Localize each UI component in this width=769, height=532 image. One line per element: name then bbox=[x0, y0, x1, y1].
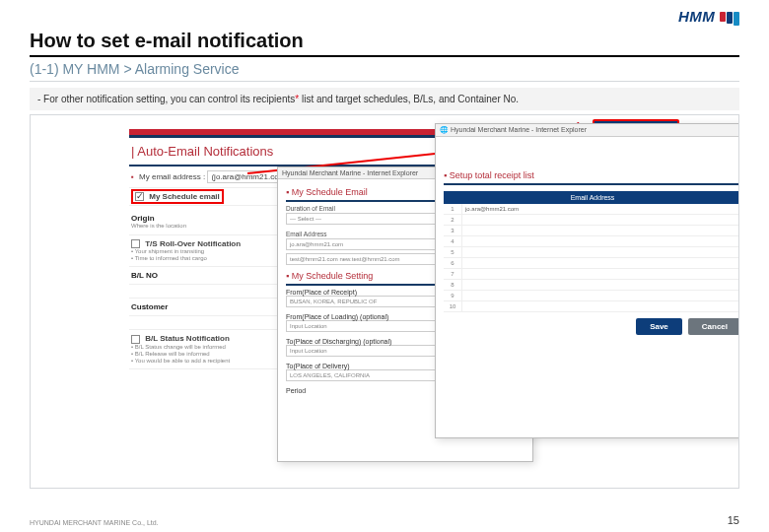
bullet-icon: ▪ bbox=[131, 172, 134, 181]
checkbox-icon[interactable] bbox=[131, 335, 140, 344]
checkbox-icon[interactable] bbox=[131, 239, 140, 248]
row-number: 1 bbox=[444, 204, 461, 214]
recipient-header: Setup total receipt list bbox=[450, 170, 534, 180]
email-label: My email address : bbox=[139, 172, 205, 181]
recipient-list-window: 🌐 Hyundai Merchant Marine - Internet Exp… bbox=[435, 123, 739, 438]
row-number: 8 bbox=[444, 280, 461, 290]
table-row: 3 bbox=[444, 226, 739, 236]
setting-header: My Schedule Setting bbox=[292, 271, 374, 281]
breadcrumb: (1-1) MY HMM > Alarming Service bbox=[30, 57, 739, 82]
checkbox-on-icon[interactable] bbox=[135, 192, 144, 201]
logo-text: HMM bbox=[678, 8, 715, 25]
table-row: 6 bbox=[444, 258, 739, 269]
win-b-header: My Schedule Email bbox=[292, 187, 368, 197]
tsroll-label: T/S Roll-Over Notification bbox=[145, 239, 241, 248]
logo-bars-icon bbox=[720, 12, 739, 26]
row-email-input[interactable] bbox=[461, 269, 739, 279]
window-title: 🌐 Hyundai Merchant Marine - Internet Exp… bbox=[436, 124, 739, 137]
brand-logo: HMM bbox=[678, 8, 739, 26]
recipient-rows: 1jo.ara@hmm21.com2345678910 bbox=[444, 204, 739, 312]
note-post: list and target schedules, B/Ls, and Con… bbox=[299, 94, 519, 104]
table-header: Email Address bbox=[444, 191, 739, 204]
row-number: 3 bbox=[444, 226, 461, 235]
row-number: 9 bbox=[444, 291, 461, 300]
ie-icon: 🌐 bbox=[440, 126, 451, 133]
page-title: How to set e-mail notification bbox=[30, 30, 739, 57]
table-row: 9 bbox=[444, 291, 739, 301]
table-row: 4 bbox=[444, 236, 739, 247]
row-email-input[interactable] bbox=[461, 280, 739, 290]
row-email-input[interactable] bbox=[461, 215, 739, 225]
row-email-input[interactable] bbox=[461, 258, 739, 268]
row-number: 4 bbox=[444, 236, 461, 246]
highlight-box: My Schedule email bbox=[131, 189, 224, 204]
row-email-input[interactable]: jo.ara@hmm21.com bbox=[461, 204, 739, 214]
note-pre: - For other notification setting, you ca… bbox=[37, 94, 295, 104]
table-row: 8 bbox=[444, 280, 739, 291]
row-email-input[interactable] bbox=[461, 236, 739, 246]
table-row: 2 bbox=[444, 215, 739, 226]
row-email-input[interactable] bbox=[461, 291, 739, 300]
table-row: 7 bbox=[444, 269, 739, 280]
table-row: 1jo.ara@hmm21.com bbox=[444, 204, 739, 215]
row-number: 7 bbox=[444, 269, 461, 279]
table-row: 10 bbox=[444, 301, 739, 312]
row-email-input[interactable] bbox=[461, 226, 739, 235]
save-button[interactable]: Save bbox=[636, 318, 682, 335]
row-email-input[interactable] bbox=[461, 247, 739, 257]
win-c-title: Hyundai Merchant Marine - Internet Explo… bbox=[451, 126, 587, 133]
row-number: 2 bbox=[444, 215, 461, 225]
schedule-label: My Schedule email bbox=[149, 192, 220, 201]
screenshot-stage: | Auto-Email Notifications ▪ My email ad… bbox=[30, 114, 739, 489]
row-number: 10 bbox=[444, 301, 461, 311]
cancel-button[interactable]: Cancel bbox=[688, 318, 739, 335]
spacer bbox=[444, 142, 739, 164]
instruction-note: - For other notification setting, you ca… bbox=[30, 88, 739, 110]
table-row: 5 bbox=[444, 247, 739, 258]
row-number: 6 bbox=[444, 258, 461, 268]
row-number: 5 bbox=[444, 247, 461, 257]
footer-text: HYUNDAI MERCHANT MARINE Co., Ltd. bbox=[30, 519, 159, 526]
page-number: 15 bbox=[728, 514, 739, 526]
row-email-input[interactable] bbox=[461, 301, 739, 311]
blstatus-label: B/L Status Notification bbox=[145, 334, 230, 343]
